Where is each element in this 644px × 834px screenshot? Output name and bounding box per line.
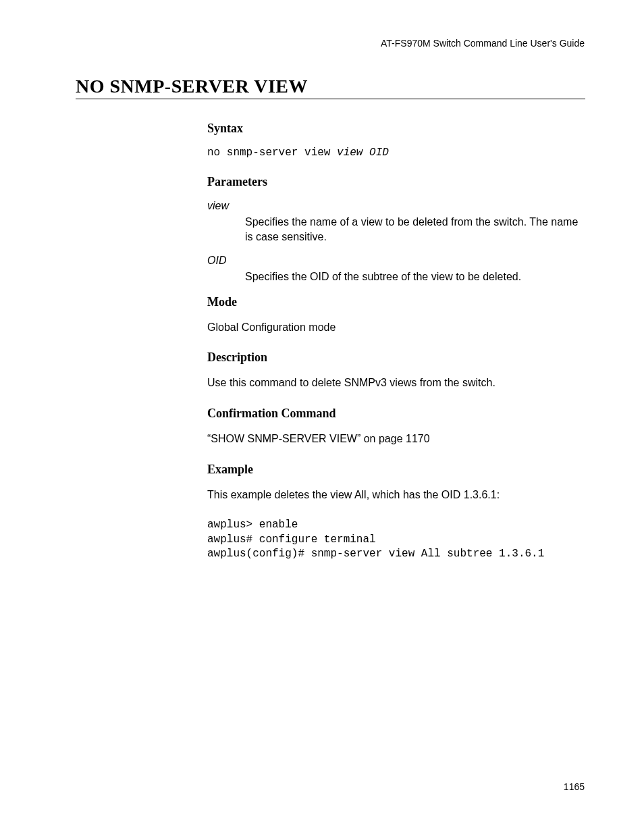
page-title: NO SNMP-SERVER VIEW [76, 76, 308, 97]
example-section: Example This example deletes the view Al… [207, 463, 585, 562]
confirmation-section: Confirmation Command “SHOW SNMP-SERVER V… [207, 407, 585, 446]
syntax-command: no snmp-server view view OID [207, 147, 585, 159]
syntax-section: Syntax no snmp-server view view OID [207, 122, 585, 159]
mode-text: Global Configuration mode [207, 320, 585, 335]
example-heading: Example [207, 463, 585, 477]
description-text: Use this command to delete SNMPv3 views … [207, 375, 585, 390]
example-intro: This example deletes the view All, which… [207, 488, 585, 502]
example-code: awplus> enable awplus# configure termina… [207, 518, 585, 562]
param-name-view: view [207, 200, 585, 212]
syntax-heading: Syntax [207, 122, 585, 136]
mode-heading: Mode [207, 295, 585, 309]
description-heading: Description [207, 350, 585, 365]
content-body: Syntax no snmp-server view view OID Para… [207, 122, 585, 567]
mode-section: Mode Global Configuration mode [207, 295, 585, 335]
parameters-section: Parameters view Specifies the name of a … [207, 175, 585, 284]
title-rule [76, 99, 585, 99]
confirmation-heading: Confirmation Command [207, 407, 585, 421]
description-section: Description Use this command to delete S… [207, 350, 585, 390]
parameters-heading: Parameters [207, 175, 585, 189]
syntax-prefix: no snmp-server view [207, 147, 337, 159]
header-guide-title: AT-FS970M Switch Command Line User's Gui… [381, 38, 585, 49]
syntax-args: view OID [337, 147, 389, 159]
confirmation-text: “SHOW SNMP-SERVER VIEW” on page 1170 [207, 432, 585, 446]
param-name-oid: OID [207, 255, 585, 267]
param-desc-view: Specifies the name of a view to be delet… [245, 215, 585, 244]
page-number: 1165 [564, 781, 585, 792]
param-desc-oid: Specifies the OID of the subtree of the … [245, 269, 585, 284]
